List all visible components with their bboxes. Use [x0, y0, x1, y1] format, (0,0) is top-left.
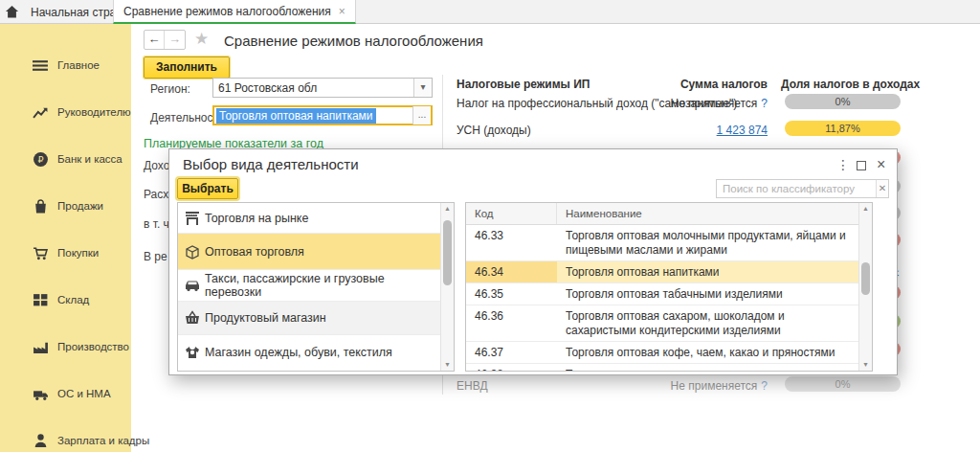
region-field[interactable]: 61 Ростовская обл ▾ [212, 78, 433, 98]
amount-link[interactable]: 1 423 874 [717, 124, 768, 137]
category-wholesale[interactable]: Оптовая торговля [178, 234, 442, 270]
sidebar-item-fixed-assets[interactable]: ОС и НМА [0, 384, 131, 403]
share-bar: 0% [785, 94, 901, 109]
table-row[interactable]: 46.37 Торговля оптовая кофе, чаем, какао… [466, 342, 860, 364]
tab-comparison[interactable]: Сравнение режимов налогообложения × [113, 0, 356, 24]
activity-more-button[interactable]: ... [412, 106, 431, 124]
person-icon [33, 433, 49, 449]
sidebar-item-main[interactable]: Главное [0, 56, 131, 75]
shopping-bag-icon [33, 198, 49, 215]
including-label: в т. ч [144, 217, 169, 231]
close-icon[interactable]: × [877, 158, 885, 171]
sidebar-item-sales[interactable]: Продажи [0, 196, 131, 215]
tab-bar: Начальная страница Сравнение режимов нал… [0, 0, 980, 24]
scroll-up-icon[interactable]: ▲ [859, 203, 872, 215]
region-label: Регион: [150, 82, 190, 96]
nav-arrows: ← → [144, 30, 186, 50]
scroll-down-icon[interactable]: ▼ [441, 359, 454, 371]
factory-icon [33, 339, 49, 355]
ruble-coin-icon: ₽ [33, 151, 49, 168]
table-row-selected[interactable]: 46.34 Торговля оптовая напитками [466, 261, 860, 283]
page-title: Сравнение режимов налогообложения [224, 33, 483, 49]
col-share-header: Доля налогов в доходах [781, 78, 920, 91]
expense-label: Расх [144, 188, 168, 201]
back-button[interactable]: ← [145, 31, 165, 49]
category-market[interactable]: Торговля на рынке [178, 203, 442, 234]
cart-icon [33, 245, 49, 261]
car-icon [184, 277, 201, 294]
search-clear-icon[interactable]: ✕ [876, 180, 888, 197]
sidebar-item-bank[interactable]: ₽ Банк и касса [0, 149, 131, 169]
table-row[interactable]: 46.36 Торговля оптовая сахаром, шоколадо… [466, 305, 860, 342]
select-button[interactable]: Выбрать [177, 178, 238, 199]
maximize-icon[interactable] [857, 161, 866, 170]
dialog-title: Выбор вида деятельности [183, 156, 359, 172]
scroll-down-icon[interactable]: ▼ [859, 359, 872, 371]
region-dropdown-icon[interactable]: ▾ [413, 79, 432, 97]
sidebar-item-purchases[interactable]: Покупки [0, 243, 131, 262]
activity-field[interactable]: Торговля оптовая напитками ... [212, 105, 433, 125]
col-amount-header: Сумма налогов [593, 78, 768, 91]
truck-icon [33, 386, 49, 402]
tab-close-icon[interactable]: × [339, 5, 345, 18]
category-clothing[interactable]: Магазин одежды, обуви, текстиля [178, 335, 442, 369]
kebab-menu-icon[interactable]: ⋮ [836, 158, 850, 171]
sidebar-item-payroll[interactable]: Зарплата и кадры [0, 431, 131, 450]
trend-icon [33, 104, 49, 121]
code-column-header[interactable]: Код [466, 203, 557, 224]
fill-button[interactable]: Заполнить [144, 56, 230, 79]
sidebar-item-warehouse[interactable]: Склад [0, 290, 131, 309]
box-icon [184, 243, 201, 260]
basket-icon [184, 309, 201, 327]
category-taxi[interactable]: Такси, пассажирские и грузовые перевозки [178, 270, 442, 302]
share-bar: 11,87% [785, 121, 901, 136]
result-label: В ре [144, 250, 167, 263]
scroll-thumb[interactable] [861, 262, 870, 295]
share-bar: 0% [785, 376, 901, 392]
activity-select-dialog: Выбор вида деятельности ⋮ × Выбрать ✕ То… [168, 148, 898, 375]
home-icon[interactable] [5, 5, 19, 19]
scroll-thumb[interactable] [443, 220, 452, 285]
help-icon[interactable]: ? [761, 97, 768, 110]
forward-button[interactable]: → [165, 31, 185, 49]
classifier-table: Код Наименование 46.33 Торговля оптовая … [465, 202, 873, 372]
app-window: Начальная страница Сравнение режимов нал… [0, 0, 980, 452]
table-row[interactable]: 46.35 Торговля оптовая табачными изделия… [466, 283, 860, 305]
sidebar: Главное Руководителю ₽ Банк и касса Прод… [0, 24, 131, 452]
category-list: Торговля на рынке Оптовая торговля Такси… [177, 202, 455, 372]
scroll-up-icon[interactable]: ▲ [441, 203, 454, 215]
search-input[interactable] [717, 180, 876, 197]
classifier-search: ✕ [716, 179, 889, 198]
sidebar-item-production[interactable]: Производство [0, 337, 131, 356]
boxes-icon [33, 292, 49, 308]
svg-text:₽: ₽ [37, 154, 43, 165]
help-icon[interactable]: ? [761, 379, 768, 393]
table-scrollbar[interactable]: ▲ ▼ [858, 203, 872, 371]
table-header: Код Наименование [466, 203, 860, 225]
sidebar-item-manager[interactable]: Руководителю [0, 102, 131, 122]
table-row[interactable]: 46.38 Торговля оптовая прочими пищевыми … [466, 364, 860, 372]
income-label: Дохо [144, 159, 169, 172]
favorite-star-icon[interactable]: ★ [194, 29, 209, 49]
market-stall-icon [184, 210, 201, 227]
category-scrollbar[interactable]: ▲ ▼ [440, 203, 454, 371]
clothes-icon [184, 344, 201, 361]
menu-icon [33, 57, 49, 74]
name-column-header[interactable]: Наименование [557, 208, 642, 219]
col-regimes-header: Налоговые режимы ИП [457, 78, 590, 91]
category-grocery[interactable]: Продуктовый магазин [178, 302, 442, 335]
table-row[interactable]: 46.33 Торговля оптовая молочными продукт… [466, 225, 860, 261]
